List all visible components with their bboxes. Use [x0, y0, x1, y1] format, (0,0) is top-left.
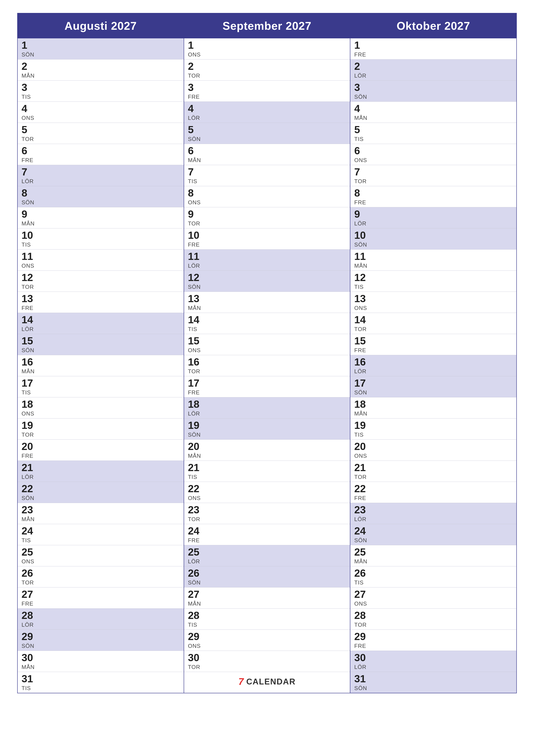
day-row-2-24: 25MÅN: [350, 545, 516, 566]
day-info-2-30: 31SÖN: [354, 674, 371, 691]
day-name: LÖR: [188, 558, 205, 565]
day-row-2-2: 3SÖN: [350, 81, 516, 102]
day-number: 10: [21, 230, 39, 240]
day-row-1-19: 20MÅN: [184, 440, 350, 461]
day-row-1-27: 28TIS: [184, 608, 350, 630]
day-name: ONS: [21, 262, 39, 269]
day-name: TOR: [188, 664, 205, 670]
day-name: TIS: [354, 136, 371, 143]
day-info-2-5: 6ONS: [354, 146, 371, 164]
day-number: 24: [21, 526, 39, 536]
day-name: MÅN: [21, 516, 39, 523]
day-info-1-21: 22ONS: [188, 484, 205, 501]
day-name: SÖN: [21, 51, 39, 58]
day-name: TOR: [354, 326, 371, 333]
day-name: TIS: [21, 94, 39, 100]
day-name: MÅN: [21, 220, 39, 227]
day-info-0-10: 11ONS: [21, 251, 39, 269]
day-number: 1: [188, 40, 205, 50]
day-row-0-28: 29SÖN: [18, 630, 184, 651]
day-number: 20: [354, 441, 371, 452]
day-number: 7: [188, 167, 205, 177]
day-number: 27: [21, 589, 39, 600]
day-name: TOR: [354, 622, 371, 628]
day-number: 21: [354, 463, 371, 473]
day-info-2-4: 5TIS: [354, 124, 371, 143]
day-row-0-7: 8SÖN: [18, 186, 184, 207]
day-info-0-19: 20FRE: [21, 441, 39, 459]
day-number: 12: [21, 272, 39, 283]
day-info-0-4: 5TOR: [21, 124, 39, 143]
day-row-0-9: 10TIS: [18, 229, 184, 250]
day-number: 26: [21, 568, 39, 579]
day-name: SÖN: [354, 241, 371, 248]
day-number: 13: [354, 293, 371, 304]
day-number: 11: [188, 251, 205, 262]
day-number: 7: [21, 167, 39, 177]
day-name: ONS: [354, 157, 371, 164]
day-row-0-2: 3TIS: [18, 81, 184, 102]
day-info-2-19: 20ONS: [354, 441, 371, 459]
day-number: 14: [21, 315, 39, 325]
day-row-1-2: 3FRE: [184, 81, 350, 102]
day-name: LÖR: [354, 516, 371, 523]
day-name: LÖR: [188, 262, 205, 269]
day-number: 12: [188, 272, 205, 283]
day-number: 25: [21, 547, 39, 557]
day-info-2-29: 30LÖR: [354, 653, 371, 670]
day-name: LÖR: [354, 368, 371, 375]
day-row-0-14: 15SÖN: [18, 334, 184, 355]
day-number: 1: [21, 40, 39, 50]
day-row-2-14: 15FRE: [350, 334, 516, 355]
day-row-1-22: 23TOR: [184, 503, 350, 524]
day-info-1-17: 18LÖR: [188, 399, 205, 417]
day-name: ONS: [188, 51, 205, 58]
day-name: TOR: [21, 431, 39, 438]
day-number: 31: [21, 674, 39, 684]
day-info-2-26: 27ONS: [354, 589, 371, 607]
day-number: 26: [354, 568, 371, 579]
day-number: 5: [21, 124, 39, 135]
day-number: 31: [354, 674, 371, 684]
day-row-1-17: 18LÖR: [184, 397, 350, 418]
day-number: 18: [21, 399, 39, 410]
day-info-0-17: 18ONS: [21, 399, 39, 417]
day-info-2-0: 1FRE: [354, 40, 371, 58]
day-name: TOR: [188, 368, 205, 375]
day-number: 20: [188, 441, 205, 452]
day-name: MÅN: [188, 452, 205, 459]
day-name: LÖR: [188, 115, 205, 121]
day-info-1-16: 17FRE: [188, 378, 205, 396]
day-name: FRE: [21, 305, 39, 311]
day-number: 3: [354, 82, 371, 93]
day-info-1-2: 3FRE: [188, 82, 205, 100]
day-number: 15: [21, 336, 39, 346]
day-name: ONS: [354, 600, 371, 607]
day-name: TOR: [21, 579, 39, 586]
day-row-0-30: 31TIS: [18, 672, 184, 693]
day-name: TOR: [188, 72, 205, 79]
day-name: TOR: [354, 474, 371, 480]
logo-label: CALENDAR: [246, 677, 296, 687]
day-info-1-3: 4LÖR: [188, 103, 205, 121]
day-info-2-13: 14TOR: [354, 315, 371, 333]
day-info-1-29: 30TOR: [188, 653, 205, 670]
day-info-0-30: 31TIS: [21, 674, 39, 691]
day-row-1-21: 22ONS: [184, 482, 350, 503]
day-row-1-16: 17FRE: [184, 376, 350, 397]
day-number: 29: [188, 632, 205, 642]
day-info-0-26: 27FRE: [21, 589, 39, 607]
day-name: ONS: [188, 199, 205, 206]
day-number: 25: [354, 547, 371, 557]
day-name: TOR: [21, 284, 39, 290]
day-number: 12: [354, 272, 371, 283]
logo-icon: 7: [238, 676, 244, 687]
month-header-0: Augusti 2027: [18, 14, 184, 39]
day-number: 9: [354, 209, 371, 219]
day-name: MÅN: [354, 558, 371, 565]
day-number: 2: [188, 61, 205, 71]
calendar-logo: 7CALENDAR: [238, 676, 296, 687]
day-row-2-15: 16LÖR: [350, 355, 516, 376]
day-number: 23: [188, 505, 205, 515]
day-number: 10: [354, 230, 371, 240]
